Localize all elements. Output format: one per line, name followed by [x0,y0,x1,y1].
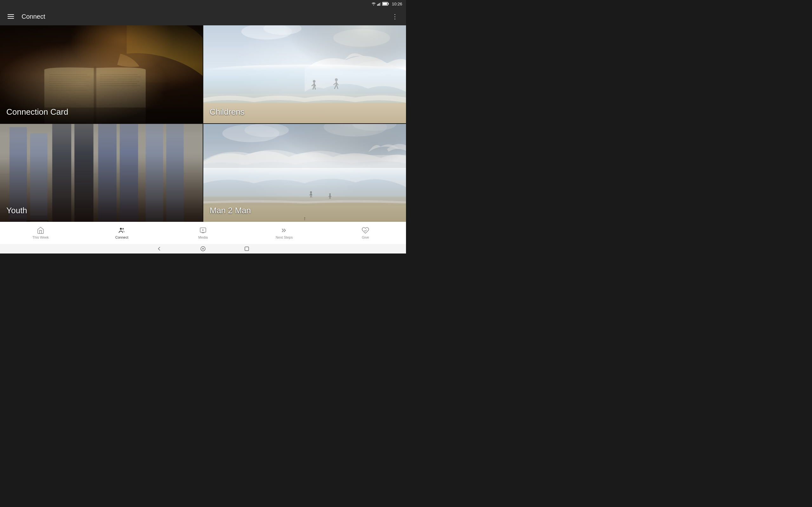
youth-label: Youth [6,206,27,216]
svg-line-124 [330,197,331,199]
man2man-label: Man 2 Man [210,206,251,216]
svg-rect-19 [100,76,141,77]
svg-point-119 [329,193,331,195]
svg-rect-68 [52,124,71,222]
svg-line-38 [314,86,315,89]
svg-rect-23 [100,85,141,86]
youth-cell[interactable]: Youth [0,124,203,222]
svg-rect-2 [379,3,380,6]
svg-point-30 [333,29,390,47]
svg-rect-103 [0,124,203,222]
svg-rect-54 [9,219,27,222]
home-icon [37,227,44,234]
man2man-cell[interactable]: Man 2 Man [203,124,406,222]
menu-line-3 [8,18,14,19]
status-icons: 10:26 [371,2,402,6]
nav-next-steps[interactable]: Next Steps [244,227,325,239]
play-circle-icon [199,227,207,234]
status-bar: 10:26 [0,0,406,8]
svg-rect-114 [310,193,311,195]
nav-media-label: Media [198,235,208,239]
svg-rect-97 [166,124,184,222]
nav-next-steps-label: Next Steps [275,235,293,239]
svg-marker-132 [202,229,204,231]
signal-icon [377,2,381,6]
youth-bg [0,124,203,222]
svg-rect-24 [94,66,96,123]
svg-point-125 [304,217,305,218]
give-icon [362,227,369,234]
svg-rect-112 [203,196,406,206]
svg-point-108 [323,124,387,136]
svg-rect-31 [203,76,406,107]
svg-rect-0 [377,4,378,6]
svg-rect-21 [100,81,140,81]
svg-rect-53 [30,133,48,222]
nav-this-week-label: This Week [32,235,49,239]
menu-line-1 [8,14,14,15]
wifi-icon [371,2,376,6]
svg-point-135 [202,248,204,250]
content-grid: Connection Card [0,25,406,222]
nav-give[interactable]: Give [325,227,406,239]
svg-line-118 [311,195,312,198]
svg-line-122 [331,195,331,197]
battery-icon [382,2,389,6]
svg-rect-55 [30,216,48,222]
nav-give-label: Give [362,235,369,239]
home-button[interactable] [200,246,206,251]
chevrons-right-icon [281,227,288,234]
svg-line-42 [337,83,338,85]
svg-line-115 [309,194,310,195]
svg-line-123 [329,197,329,199]
childrens-label: Childrens [210,107,245,117]
svg-line-116 [311,194,312,195]
svg-rect-6 [383,3,387,5]
svg-point-113 [310,191,312,193]
svg-point-28 [241,25,292,40]
nav-this-week[interactable]: This Week [0,227,81,239]
svg-rect-3 [380,3,380,6]
bottom-nav: This Week Connect Media Next Steps [0,222,406,244]
svg-rect-10 [49,74,87,75]
svg-line-41 [334,83,336,84]
nav-connect[interactable]: Connect [81,227,162,239]
svg-line-50 [63,124,70,222]
time-display: 10:26 [392,2,402,6]
recents-button[interactable] [244,246,250,251]
svg-rect-5 [388,3,389,5]
svg-rect-20 [100,78,136,79]
hamburger-menu-button[interactable] [5,12,16,21]
svg-rect-14 [49,83,87,83]
svg-rect-22 [100,83,137,83]
svg-rect-126 [305,218,305,220]
connection-card-cell[interactable]: Connection Card [0,25,203,123]
svg-rect-17 [49,90,88,90]
svg-rect-13 [49,81,89,81]
system-nav-bar [0,244,406,253]
nav-connect-label: Connect [115,235,129,239]
svg-rect-83 [98,124,117,222]
more-options-button[interactable]: ⋮ [389,10,401,23]
childrens-cell[interactable]: Childrens [203,25,406,123]
svg-rect-18 [100,74,138,75]
svg-line-37 [313,86,314,89]
svg-line-48 [0,157,203,159]
svg-line-35 [311,84,313,86]
svg-rect-136 [245,247,249,250]
page-title: Connect [21,13,389,20]
svg-rect-40 [336,81,337,85]
back-button[interactable] [156,246,162,251]
svg-rect-69 [74,124,94,222]
nav-media[interactable]: Media [162,227,244,239]
connection-card-label: Connection Card [6,107,68,117]
svg-point-29 [264,25,302,35]
menu-line-2 [8,16,14,17]
svg-rect-110 [203,168,406,206]
svg-rect-96 [146,124,163,222]
svg-point-39 [335,78,338,81]
svg-point-109 [352,124,397,131]
svg-rect-15 [49,85,90,86]
svg-rect-11 [49,76,90,77]
top-bar: Connect ⋮ [0,8,406,25]
